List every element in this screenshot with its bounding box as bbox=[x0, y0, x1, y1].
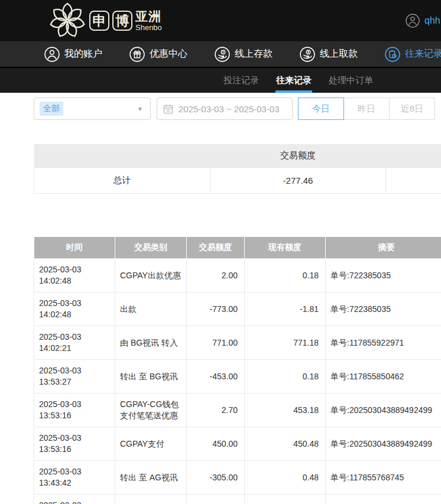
nav-item-1[interactable]: 优惠中心 bbox=[129, 47, 187, 62]
quick-date-button-2[interactable]: 近8日 bbox=[389, 97, 435, 120]
cell-time: 2025-03-03 13:42:35 bbox=[34, 495, 115, 504]
site-header: 申 博 亚洲 Shenbo qhh bbox=[0, 0, 441, 41]
table-row: 2025-03-03 13:53:27转出 至 BG视讯-453.000.18单… bbox=[34, 360, 441, 394]
nav-item-2[interactable]: 线上存款 bbox=[215, 47, 273, 62]
username-text[interactable]: qhh bbox=[424, 15, 440, 26]
nav-item-label: 往来记录 bbox=[405, 48, 441, 60]
column-header-3: 现有额度 bbox=[245, 237, 326, 259]
cell-time: 2025-03-03 13:53:16 bbox=[34, 427, 115, 461]
withdraw-icon bbox=[300, 47, 315, 62]
cell-balance: 305.48 bbox=[245, 495, 326, 504]
cell-balance: 450.48 bbox=[245, 427, 326, 461]
cell-summary: 单号:202503043889492499 bbox=[326, 394, 441, 427]
date-range-value: 2025-03-03 ~ 2025-03-03 bbox=[179, 104, 280, 114]
tab-2[interactable]: 处理中订单 bbox=[329, 68, 373, 93]
cell-type: 由 BG视讯 转入 bbox=[115, 326, 187, 360]
cell-balance: -1.81 bbox=[245, 292, 326, 326]
table-row: 2025-03-03 14:02:48CGPAY出款优惠2.000.18单号:7… bbox=[34, 259, 441, 292]
flower-logo-icon bbox=[48, 2, 86, 40]
my-account-icon bbox=[44, 47, 60, 62]
cell-summary: 单号:117855850462 bbox=[326, 360, 441, 394]
calendar-icon bbox=[163, 104, 173, 114]
summary-total-label: 总计 bbox=[34, 167, 210, 193]
cell-type: CGPAY支付 bbox=[115, 427, 187, 461]
cell-summary: 单号:202503043889492499 bbox=[326, 427, 441, 461]
cell-type: 出款 bbox=[115, 292, 187, 326]
logo-sub-text: Shenbo bbox=[135, 24, 162, 31]
tab-0[interactable]: 投注记录 bbox=[223, 68, 259, 93]
nav-item-label: 我的账户 bbox=[64, 48, 102, 60]
summary-header-spacer bbox=[386, 144, 441, 167]
summary-header-spacer bbox=[34, 144, 210, 167]
nav-item-3[interactable]: 线上取款 bbox=[300, 47, 358, 62]
cell-type: 转出 至 BG视讯 bbox=[115, 360, 187, 394]
logo-char-box: 博 bbox=[112, 11, 132, 31]
cell-amount: 2.00 bbox=[187, 259, 245, 292]
cell-balance: 771.18 bbox=[245, 326, 326, 360]
table-row: 2025-03-03 13:43:42转出 至 AG视讯-305.000.48单… bbox=[34, 461, 441, 495]
column-header-1: 交易类别 bbox=[115, 237, 187, 259]
quick-date-buttons: 今日昨日近8日 bbox=[299, 97, 435, 120]
cell-balance: 0.48 bbox=[245, 461, 326, 495]
table-row: 2025-03-03 13:53:16CGPAY支付450.00450.48单号… bbox=[34, 427, 441, 461]
cell-amount: 771.00 bbox=[187, 326, 245, 360]
table-row: 2025-03-03 14:02:21由 BG视讯 转入771.00771.18… bbox=[34, 326, 441, 360]
records-table: 时间交易类别交易额度现有额度摘要 2025-03-03 14:02:48CGPA… bbox=[34, 237, 441, 504]
cell-amount: -305.00 bbox=[187, 461, 245, 495]
cell-balance: 453.18 bbox=[245, 394, 326, 427]
summary-empty-cell bbox=[386, 167, 441, 193]
cell-time: 2025-03-03 13:43:42 bbox=[34, 461, 115, 495]
cell-type: 转出 至 AG视讯 bbox=[115, 461, 187, 495]
cell-time: 2025-03-03 14:02:48 bbox=[34, 292, 115, 326]
selected-type-value: 全部 bbox=[40, 102, 63, 116]
records-header-row: 时间交易类别交易额度现有额度摘要 bbox=[34, 237, 441, 259]
summary-total-row: 总计 -277.46 bbox=[34, 167, 441, 193]
logo-char-box: 申 bbox=[89, 11, 109, 31]
cell-type: CGPAY-CG钱包支付笔笔送优惠 bbox=[115, 394, 187, 427]
quick-date-button-1[interactable]: 昨日 bbox=[343, 97, 390, 120]
cell-amount: 305.00 bbox=[187, 495, 245, 504]
cell-balance: 0.18 bbox=[245, 360, 326, 394]
summary-header-amount: 交易额度 bbox=[210, 144, 386, 167]
cell-type: 由 AG视讯 转入 bbox=[115, 495, 187, 504]
cell-type: CGPAY出款优惠 bbox=[115, 259, 187, 292]
records-icon bbox=[385, 47, 400, 62]
filter-bar: 全部 ▼ 2025-03-03 ~ 2025-03-03 今日昨日近8日 bbox=[0, 96, 441, 125]
cell-summary: 单号:117855922971 bbox=[326, 326, 441, 360]
cell-time: 2025-03-03 13:53:16 bbox=[34, 394, 115, 427]
cell-amount: 2.70 bbox=[187, 394, 245, 427]
cell-summary: 单号:117855768745 bbox=[326, 461, 441, 495]
user-account[interactable]: qhh bbox=[406, 14, 440, 28]
date-range-input[interactable]: 2025-03-03 ~ 2025-03-03 bbox=[157, 97, 293, 120]
brand-logo: 申 博 亚洲 Shenbo bbox=[48, 2, 162, 40]
tab-1[interactable]: 往来记录 bbox=[276, 68, 312, 93]
main-nav: 我的账户优惠中心线上存款线上取款往来记录 bbox=[0, 41, 441, 67]
cell-time: 2025-03-03 14:02:21 bbox=[34, 326, 115, 360]
nav-item-0[interactable]: 我的账户 bbox=[44, 47, 102, 62]
cell-summary: 单号:722385035 bbox=[326, 259, 441, 292]
logo-region-text: 亚洲 bbox=[135, 10, 162, 22]
cell-summary: 单号:722385035 bbox=[326, 292, 441, 326]
summary-table: 交易额度 总计 -277.46 bbox=[34, 144, 441, 194]
nav-item-4[interactable]: 往来记录 bbox=[385, 47, 441, 62]
chevron-down-icon: ▼ bbox=[137, 106, 143, 112]
cell-balance: 0.18 bbox=[245, 259, 326, 292]
table-row: 2025-03-03 13:42:35由 AG视讯 转入305.00305.48… bbox=[34, 495, 441, 504]
table-row: 2025-03-03 14:02:48出款-773.00-1.81单号:7223… bbox=[34, 292, 441, 326]
column-header-4: 摘要 bbox=[326, 237, 441, 259]
column-header-0: 时间 bbox=[34, 237, 115, 259]
nav-item-label: 优惠中心 bbox=[150, 48, 187, 60]
summary-total-value: -277.46 bbox=[210, 167, 386, 193]
cell-time: 2025-03-03 13:53:27 bbox=[34, 360, 115, 394]
table-row: 2025-03-03 13:53:16CGPAY-CG钱包支付笔笔送优惠2.70… bbox=[34, 394, 441, 427]
cell-summary: 单号:117855759010 bbox=[326, 495, 441, 504]
record-tabs: 投注记录往来记录处理中订单 bbox=[0, 67, 441, 93]
quick-date-button-0[interactable]: 今日 bbox=[298, 97, 344, 120]
nav-item-label: 线上存款 bbox=[235, 48, 273, 60]
transaction-type-select[interactable]: 全部 ▼ bbox=[34, 97, 151, 120]
summary-header-row: 交易额度 bbox=[34, 144, 441, 167]
cell-amount: -773.00 bbox=[187, 292, 245, 326]
column-header-2: 交易额度 bbox=[187, 237, 245, 259]
logo-wordmark: 亚洲 Shenbo bbox=[135, 10, 162, 31]
avatar-icon bbox=[406, 14, 420, 28]
